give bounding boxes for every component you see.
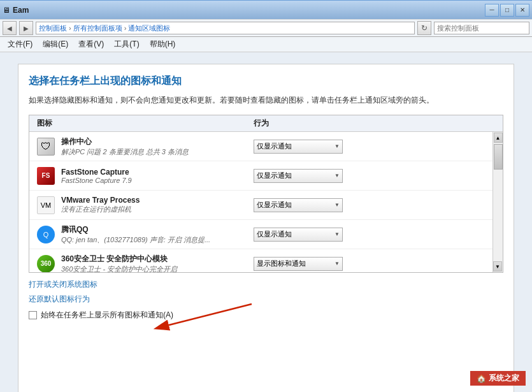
chevron-down-icon: ▼ bbox=[334, 261, 340, 266]
row-icon-cell: 360 360安全卫士 安全防护中心模块 360安全卫士 - 安全防护中心完全开… bbox=[37, 254, 254, 273]
row-icon-cell: VM VMware Tray Process 没有正在运行的虚拟机 bbox=[37, 196, 254, 214]
row-desc: 没有正在运行的虚拟机 bbox=[61, 205, 140, 214]
action-center-icon: 🛡 bbox=[37, 138, 55, 156]
table-header: 图标 行为 bbox=[29, 115, 503, 132]
row-name: 360安全卫士 安全防护中心模块 bbox=[61, 254, 177, 265]
col-icon-header: 图标 bbox=[37, 118, 254, 129]
behavior-select-2[interactable]: 仅显示通知 ▼ bbox=[254, 169, 343, 183]
link-row-open: 打开或关闭系统图标 bbox=[29, 279, 503, 290]
path-controlpanel[interactable]: 控制面板 bbox=[39, 24, 67, 33]
behavior-select-3[interactable]: 仅显示通知 ▼ bbox=[254, 198, 343, 212]
row-text: 腾讯QQ QQ: jen tan、(1032771089) 声音: 开启 消息提… bbox=[61, 224, 210, 245]
row-name: FastStone Capture bbox=[61, 168, 132, 177]
close-button[interactable]: ✕ bbox=[515, 4, 529, 17]
row-text: VMware Tray Process 没有正在运行的虚拟机 bbox=[61, 196, 140, 214]
row-icon-cell: 🛡 操作中心 解决PC 问题 2 条重要消息 总共 3 条消息 bbox=[37, 136, 254, 157]
forward-button[interactable]: ▶ bbox=[19, 21, 33, 35]
watermark: 🏠 系统之家 bbox=[470, 371, 526, 386]
row-icon-cell: FS FastStone Capture FastStone Capture 7… bbox=[37, 167, 254, 185]
chevron-down-icon: ▼ bbox=[334, 231, 340, 237]
title-bar-buttons: ─ □ ✕ bbox=[485, 4, 529, 17]
show-all-checkbox[interactable] bbox=[29, 311, 37, 319]
watermark-text: 系统之家 bbox=[489, 373, 519, 384]
back-button[interactable]: ◀ bbox=[3, 21, 17, 35]
select-value: 仅显示通知 bbox=[257, 171, 292, 180]
qq-icon: Q bbox=[37, 226, 55, 243]
select-value: 仅显示通知 bbox=[257, 142, 292, 151]
maximize-button[interactable]: □ bbox=[500, 4, 514, 17]
path-sep2: › bbox=[124, 24, 127, 32]
icon-table: 图标 行为 🛡 操作中心 解决PC 问题 2 条重要消息 总共 3 条消息 bbox=[29, 115, 503, 273]
path-allitems[interactable]: 所有控制面板项 bbox=[73, 24, 122, 33]
chevron-down-icon: ▼ bbox=[334, 173, 340, 178]
row-desc: FastStone Capture 7.9 bbox=[61, 177, 132, 184]
search-input[interactable] bbox=[434, 22, 529, 34]
vmware-icon: VM bbox=[37, 196, 55, 214]
chevron-down-icon: ▼ bbox=[334, 202, 340, 208]
behavior-select-1[interactable]: 仅显示通知 ▼ bbox=[254, 140, 343, 154]
arrow-annotation bbox=[131, 301, 258, 333]
scrollbar[interactable]: ▲ ▼ bbox=[492, 132, 503, 272]
menu-file[interactable]: 文件(F) bbox=[5, 38, 35, 51]
menu-tools[interactable]: 工具(T) bbox=[111, 38, 141, 51]
menu-bar: 文件(F) 编辑(E) 查看(V) 工具(T) 帮助(H) bbox=[0, 37, 532, 52]
table-row: VM VMware Tray Process 没有正在运行的虚拟机 仅显示通知 … bbox=[29, 191, 492, 220]
select-value: 显示图标和通知 bbox=[257, 259, 306, 268]
address-path: 控制面板 › 所有控制面板项 › 通知区域图标 bbox=[36, 22, 415, 34]
menu-edit[interactable]: 编辑(E) bbox=[40, 38, 71, 51]
title-bar-left: 🖥 Eam bbox=[3, 6, 29, 15]
select-value: 仅显示通知 bbox=[257, 200, 292, 210]
svg-line-1 bbox=[169, 304, 252, 325]
title-bar: 🖥 Eam ─ □ ✕ bbox=[0, 0, 532, 19]
behavior-select-5[interactable]: 显示图标和通知 ▼ bbox=[254, 257, 343, 271]
link-row-restore: 还原默认图标行为 bbox=[29, 294, 503, 305]
title-bar-icon: 🖥 bbox=[3, 6, 10, 15]
open-system-icons-link[interactable]: 打开或关闭系统图标 bbox=[29, 280, 97, 289]
restore-default-link[interactable]: 还原默认图标行为 bbox=[29, 294, 90, 303]
row-behavior-cell: 仅显示通知 ▼ bbox=[254, 169, 485, 183]
360-icon: 360 bbox=[37, 255, 55, 273]
page-title: 选择在任务栏上出现的图标和通知 bbox=[29, 75, 503, 88]
row-name: VMware Tray Process bbox=[61, 196, 140, 205]
row-icon-cell: Q 腾讯QQ QQ: jen tan、(1032771089) 声音: 开启 消… bbox=[37, 224, 254, 245]
row-text: 操作中心 解决PC 问题 2 条重要消息 总共 3 条消息 bbox=[61, 136, 189, 157]
row-behavior-cell: 显示图标和通知 ▼ bbox=[254, 257, 485, 271]
menu-view[interactable]: 查看(V) bbox=[76, 38, 106, 51]
row-behavior-cell: 仅显示通知 ▼ bbox=[254, 228, 485, 242]
table-row: Q 腾讯QQ QQ: jen tan、(1032771089) 声音: 开启 消… bbox=[29, 220, 492, 249]
watermark-icon: 🏠 bbox=[477, 374, 486, 383]
menu-help[interactable]: 帮助(H) bbox=[147, 38, 178, 51]
refresh-button[interactable]: ↻ bbox=[417, 21, 431, 35]
row-behavior-cell: 仅显示通知 ▼ bbox=[254, 140, 485, 154]
row-text: 360安全卫士 安全防护中心模块 360安全卫士 - 安全防护中心完全开启 bbox=[61, 254, 177, 273]
chevron-down-icon: ▼ bbox=[334, 143, 340, 149]
table-row: FS FastStone Capture FastStone Capture 7… bbox=[29, 161, 492, 191]
path-sep1: › bbox=[69, 24, 71, 32]
page-description: 如果选择隐藏图标和通知，则不会向您通知更改和更新。若要随时查看隐藏的图标，请单击… bbox=[29, 94, 503, 106]
table-row: 360 360安全卫士 安全防护中心模块 360安全卫士 - 安全防护中心完全开… bbox=[29, 249, 492, 272]
title-bar-text: Eam bbox=[13, 6, 29, 15]
select-value: 仅显示通知 bbox=[257, 229, 292, 239]
main-content: 选择在任务栏上出现的图标和通知 如果选择隐藏图标和通知，则不会向您通知更改和更新… bbox=[18, 64, 514, 392]
row-desc: 解决PC 问题 2 条重要消息 总共 3 条消息 bbox=[61, 147, 189, 157]
behavior-select-4[interactable]: 仅显示通知 ▼ bbox=[254, 228, 343, 242]
row-behavior-cell: 仅显示通知 ▼ bbox=[254, 198, 485, 212]
checkbox-row: 始终在任务栏上显示所有图标和通知(A) bbox=[29, 310, 503, 321]
table-row: 🛡 操作中心 解决PC 问题 2 条重要消息 总共 3 条消息 仅显示通知 ▼ bbox=[29, 132, 492, 161]
row-text: FastStone Capture FastStone Capture 7.9 bbox=[61, 168, 132, 184]
row-name: 操作中心 bbox=[61, 136, 189, 147]
table-body: 🛡 操作中心 解决PC 问题 2 条重要消息 总共 3 条消息 仅显示通知 ▼ bbox=[29, 132, 492, 272]
faststone-icon: FS bbox=[37, 167, 55, 185]
scrollbar-thumb[interactable] bbox=[494, 144, 503, 170]
col-behavior-header: 行为 bbox=[254, 118, 485, 129]
address-bar: ◀ ▶ 控制面板 › 所有控制面板项 › 通知区域图标 ↻ bbox=[0, 19, 532, 37]
row-desc: QQ: jen tan、(1032771089) 声音: 开启 消息提... bbox=[61, 235, 210, 245]
row-name: 腾讯QQ bbox=[61, 224, 210, 235]
path-current[interactable]: 通知区域图标 bbox=[128, 24, 170, 33]
row-desc: 360安全卫士 - 安全防护中心完全开启 bbox=[61, 265, 177, 273]
minimize-button[interactable]: ─ bbox=[485, 4, 499, 17]
